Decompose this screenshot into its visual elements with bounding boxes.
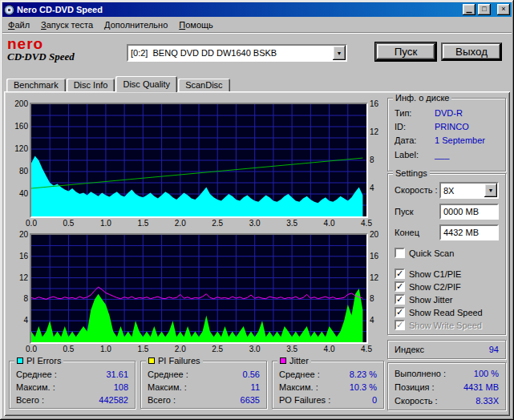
progress-row: Скорость : 8.33X [395, 396, 499, 406]
x-axis-label: 3.5 [283, 345, 301, 353]
maximize-icon[interactable]: □ [478, 4, 491, 15]
pi-failures-plot [30, 233, 368, 344]
y-axis-left-label: 120 [9, 144, 28, 153]
done-value: 100 % [474, 369, 499, 378]
disc-info-row: Дата: 1 September [395, 135, 502, 145]
chevron-down-icon[interactable]: ▼ [333, 46, 346, 60]
settings-title: Settings [393, 168, 430, 178]
y-axis-right-label: 16 [370, 252, 378, 260]
pi-failures-color-swatch [148, 357, 155, 364]
x-axis-label: 4.5 [358, 219, 375, 228]
y-axis-left-label: 160 [9, 122, 28, 131]
disc-label-value: ___ [435, 150, 449, 160]
checkbox-show-c1-pie[interactable]: ✓ Show C1/PIE [395, 269, 461, 279]
index-row: Индекс 94 [395, 341, 499, 360]
y-axis-left-label: 20 [9, 230, 28, 239]
stat-row: Среднее : 8.23 % [279, 370, 377, 379]
tab-benchmark[interactable]: Benchmark [6, 79, 66, 92]
tab-disc-quality[interactable]: Disc Quality [115, 76, 177, 92]
checkbox-label: Show Jitter [409, 295, 452, 305]
stat-label: Максим. : [279, 382, 318, 392]
x-axis-label: 0.5 [59, 219, 77, 228]
drive-selector[interactable]: [0:2] BENQ DVD DD DW1640 BSKB ▼ [127, 44, 347, 62]
y-axis-left-label: 200 [9, 99, 28, 108]
y-axis-right-label: 12 [370, 273, 378, 282]
tab-strip: Benchmark Disc Info Disc Quality ScanDis… [6, 76, 231, 92]
x-axis-label: 2.0 [172, 345, 189, 353]
pi-failures-chart: 48121620481216200.00.51.01.52.02.53.03.5… [9, 228, 384, 360]
x-axis-label: 0.0 [22, 345, 40, 353]
disc-id-value: PRINCO [435, 122, 469, 131]
stat-label: Среднее : [148, 370, 188, 379]
toolbar: nero CD·DVD Speed [0:2] BENQ DVD DD DW16… [2, 34, 512, 75]
stat-value: 108 [114, 382, 128, 392]
x-axis-label: 1.5 [134, 219, 152, 228]
exit-button[interactable]: Выход [441, 42, 502, 61]
checkbox-box: ✓ [395, 294, 405, 305]
nero-logo: nero CD·DVD Speed [7, 36, 123, 63]
close-icon[interactable]: × [497, 4, 510, 15]
y-axis-right-label: 4 [370, 316, 374, 325]
checkbox-show-c2-pif[interactable]: ✓ Show C2/PIF [395, 281, 461, 292]
y-axis-right-label: 8 [370, 294, 374, 303]
stat-value: 31.61 [106, 370, 128, 379]
tab-scandisc[interactable]: ScanDisc [178, 79, 229, 92]
progress-row: Позиция : 4431 MB [395, 382, 499, 392]
x-axis-label: 2.5 [208, 219, 226, 228]
index-value: 94 [489, 341, 499, 360]
start-button[interactable]: Пуск [375, 42, 436, 61]
drive-selector-value: [0:2] BENQ DVD DD DW1640 BSKB [128, 48, 333, 58]
chevron-down-icon[interactable]: ▼ [484, 184, 497, 197]
start-mb-input[interactable] [439, 204, 499, 220]
menu-help[interactable]: Помощь [173, 18, 219, 31]
check-icon: ✓ [396, 320, 403, 329]
minimize-icon[interactable]: ▁ [463, 4, 476, 15]
stat-label: Среднее : [16, 370, 57, 379]
y-axis-left-label: 16 [9, 252, 28, 260]
x-axis-label: 3.0 [246, 219, 264, 228]
end-mb-input[interactable] [439, 224, 499, 240]
stat-row: Всего : 442582 [16, 395, 128, 405]
stat-row: Максим. : 11 [148, 382, 260, 392]
x-axis-label: 2.5 [208, 345, 226, 353]
pi-errors-stats-title: PI Errors [26, 356, 61, 365]
progress-row: Выполнено : 100 % [395, 369, 499, 378]
pi-failures-stats-title: PI Failures [158, 356, 200, 365]
stat-label: Всего : [148, 395, 176, 405]
jitter-stats-box: Jitter Среднее : 8.23 % Максим. : 10.3 %… [272, 361, 384, 409]
pi-errors-chart: 40801201602004812160.00.51.01.52.02.53.0… [9, 98, 384, 232]
menu-extra[interactable]: Дополнительно [99, 18, 173, 31]
checkbox-label: Quick Scan [409, 248, 454, 258]
y-axis-left-label: 8 [9, 294, 28, 303]
x-axis-label: 1.5 [134, 345, 152, 353]
pi-errors-stats-legend: PI Errors [14, 356, 63, 365]
x-axis-label: 4.0 [321, 345, 338, 353]
progress-box: Выполнено : 100 % Позиция : 4431 MB Скор… [387, 362, 506, 410]
stat-label: Максим. : [148, 382, 187, 392]
position-label: Позиция : [395, 382, 435, 392]
stat-row: Среднее : 31.61 [16, 370, 128, 379]
checkbox-quick-scan[interactable]: Quick Scan [395, 248, 454, 258]
x-axis-label: 4.0 [321, 219, 338, 228]
stat-label: PO Failures : [279, 395, 330, 405]
checkbox-show-read-speed[interactable]: ✓ Show Read Speed [395, 307, 483, 317]
pi-failures-stats-legend: PI Failures [146, 356, 203, 365]
index-label: Индекс [395, 341, 424, 360]
check-icon: ✓ [396, 281, 403, 291]
menu-run-test[interactable]: Запуск теста [35, 18, 99, 31]
start-mb-label: Пуск [395, 207, 414, 216]
menu-file[interactable]: Файл [2, 18, 35, 31]
speed-selector[interactable]: 8X ▼ [439, 182, 499, 199]
x-axis-label: 4.5 [358, 345, 375, 353]
tab-disc-info[interactable]: Disc Info [67, 79, 115, 92]
stat-value: 0.56 [243, 370, 260, 379]
stat-value: 442582 [99, 395, 128, 405]
disc-date-value: 1 September [435, 135, 485, 145]
checkbox-show-jitter[interactable]: ✓ Show Jitter [395, 294, 452, 305]
y-axis-right-label: 8 [370, 155, 374, 164]
x-axis-label: 0.0 [22, 219, 40, 228]
pi-errors-color-swatch [17, 357, 23, 364]
disc-type-label: Тип: [395, 108, 411, 118]
check-icon: ✓ [396, 269, 403, 278]
stat-row: Максим. : 108 [16, 382, 128, 392]
